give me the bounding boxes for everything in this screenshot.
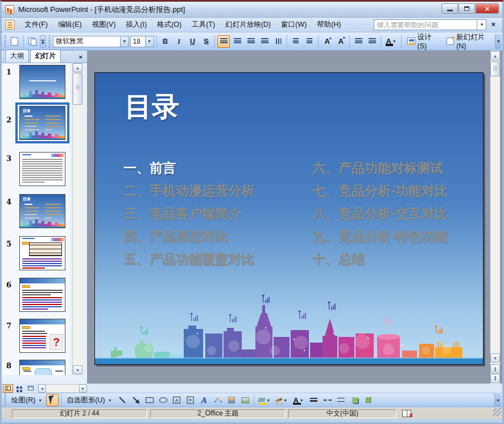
slide-thumbnail-1[interactable]: [19, 65, 65, 99]
toc-item[interactable]: 十、总结: [312, 250, 448, 273]
font-color-button[interactable]: A▼: [383, 35, 399, 48]
slide-thumbnail-5[interactable]: [19, 236, 65, 270]
text-direction-button[interactable]: [272, 35, 284, 48]
scroll-down-button[interactable]: ▼: [73, 365, 82, 374]
3d-style-button[interactable]: [362, 394, 375, 406]
diagram-button[interactable]: [212, 394, 224, 406]
menu-item-tools[interactable]: 工具(T): [187, 18, 220, 31]
align-center-button[interactable]: [231, 35, 243, 48]
scroll-up-button[interactable]: ▲: [490, 51, 500, 60]
new-document-button[interactable]: [9, 35, 21, 48]
increase-font-button[interactable]: A: [321, 35, 333, 48]
draw-menu-button[interactable]: 绘图(R)▼: [9, 394, 45, 406]
toc-item[interactable]: 九、竞品分析-特色功能: [312, 228, 448, 250]
toc-item[interactable]: 五、产品功能覆盖对比: [123, 250, 254, 273]
toc-item[interactable]: 八、竞品分析-交互对比: [312, 205, 448, 228]
menu-item-help[interactable]: 帮助(H): [312, 18, 346, 31]
font-size-select[interactable]: 18▼: [130, 36, 154, 47]
menubar-close-icon[interactable]: ×: [486, 20, 499, 30]
wordart-button[interactable]: A: [198, 394, 210, 406]
tab-slides[interactable]: 幻灯片: [30, 50, 61, 63]
align-left-button[interactable]: [217, 35, 230, 48]
clip-art-button[interactable]: [225, 394, 238, 406]
scroll-track[interactable]: [46, 384, 79, 393]
toolbar-options-button[interactable]: ▼: [494, 393, 501, 407]
numbered-list-button[interactable]: [290, 35, 302, 48]
theme-name-indicator[interactable]: 2_Office 主题: [150, 409, 286, 418]
menu-item-view[interactable]: 视图(V): [87, 18, 121, 31]
line-style-button[interactable]: [308, 394, 320, 406]
help-dropdown-button[interactable]: ▼: [477, 19, 486, 30]
scroll-thumb[interactable]: [73, 73, 82, 105]
underline-button[interactable]: U: [186, 35, 199, 48]
menu-item-format[interactable]: 格式(O): [152, 18, 187, 31]
menu-item-slideshow[interactable]: 幻灯片放映(D): [220, 18, 276, 31]
slide-thumbnail-8[interactable]: [19, 360, 65, 375]
select-objects-button[interactable]: [46, 394, 59, 406]
next-slide-button[interactable]: ▼▼: [490, 374, 500, 383]
fill-color-button[interactable]: ▼: [257, 394, 272, 406]
scroll-down-button[interactable]: ▼: [490, 353, 500, 363]
bullet-list-button[interactable]: [303, 35, 316, 48]
insert-picture-button[interactable]: [239, 394, 251, 406]
line-button[interactable]: [116, 394, 129, 406]
scroll-thumb[interactable]: [490, 61, 500, 76]
dash-style-button[interactable]: [321, 394, 334, 406]
font-name-select[interactable]: 微软雅黑▼: [53, 36, 129, 47]
arrow-style-button[interactable]: [335, 394, 348, 406]
copy-button[interactable]: [26, 35, 39, 48]
vertical-text-box-button[interactable]: A: [184, 394, 197, 406]
text-shadow-button[interactable]: S: [200, 35, 212, 48]
arrow-button[interactable]: [130, 394, 142, 406]
decrease-font-button[interactable]: A: [334, 35, 347, 48]
chevron-down-icon[interactable]: ▼: [120, 36, 129, 47]
slide-thumbnail-4[interactable]: 目录: [19, 194, 65, 228]
design-button[interactable]: 设计(S): [404, 35, 442, 48]
chevron-down-icon[interactable]: ▼: [145, 36, 154, 47]
align-right-button[interactable]: [245, 35, 257, 48]
shadow-style-button[interactable]: [349, 394, 361, 406]
menu-item-insert[interactable]: 插入(I): [121, 18, 152, 31]
italic-button[interactable]: I: [172, 35, 185, 48]
line-color-button[interactable]: ▼: [274, 394, 290, 406]
menu-item-file[interactable]: 文件(F): [19, 18, 53, 31]
oval-button[interactable]: [157, 394, 170, 406]
decrease-indent-button[interactable]: [352, 35, 365, 48]
slideshow-button[interactable]: [26, 384, 36, 393]
increase-indent-button[interactable]: [366, 35, 378, 48]
toolbar-grip[interactable]: [4, 35, 6, 48]
toolbar-overflow-button[interactable]: ▪▪▼: [40, 35, 47, 48]
bold-button[interactable]: B: [159, 35, 171, 48]
toc-item[interactable]: 七、竞品分析-功能对比: [312, 182, 448, 205]
menu-item-edit[interactable]: 编辑(E): [53, 18, 87, 31]
close-button[interactable]: ×: [476, 3, 499, 14]
previous-slide-button[interactable]: ▲▲: [490, 364, 500, 373]
slide-sorter-button[interactable]: [14, 384, 24, 393]
toc-item[interactable]: 一、前言: [123, 159, 254, 182]
menu-item-window[interactable]: 窗口(W): [276, 18, 312, 31]
autoshapes-menu-button[interactable]: 自选图形(U)▼: [64, 394, 114, 406]
distribute-text-button[interactable]: [258, 35, 271, 48]
slide-thumbnail-6[interactable]: [19, 278, 65, 312]
normal-view-button[interactable]: [3, 384, 13, 393]
slide-title[interactable]: 目录: [125, 89, 179, 125]
toc-item[interactable]: 三、竞品客户端简介: [123, 205, 254, 228]
slide-thumbnail-2[interactable]: 目录: [19, 106, 65, 140]
toolbar-grip[interactable]: [4, 394, 6, 406]
minimize-button[interactable]: [441, 3, 458, 14]
scroll-right-button[interactable]: ►: [79, 384, 87, 393]
toc-item[interactable]: 二、手机动漫运营分析: [123, 182, 254, 205]
document-icon[interactable]: [5, 20, 15, 30]
text-box-button[interactable]: A: [171, 394, 183, 406]
toc-item[interactable]: 四、产品形态对比: [123, 228, 254, 250]
tab-outline[interactable]: 大纲: [5, 50, 29, 63]
toolbar-grip[interactable]: [48, 35, 51, 48]
scroll-up-button[interactable]: ▲: [73, 63, 82, 72]
resize-grip[interactable]: [493, 408, 501, 416]
font-color-button-draw[interactable]: A▼: [291, 394, 307, 406]
slide-thumbnail-7[interactable]: ?: [19, 319, 65, 353]
language-indicator[interactable]: 中文(中国): [288, 409, 396, 418]
rectangle-button[interactable]: [143, 394, 156, 406]
help-search-input[interactable]: [374, 19, 477, 30]
restore-button[interactable]: [458, 3, 475, 14]
